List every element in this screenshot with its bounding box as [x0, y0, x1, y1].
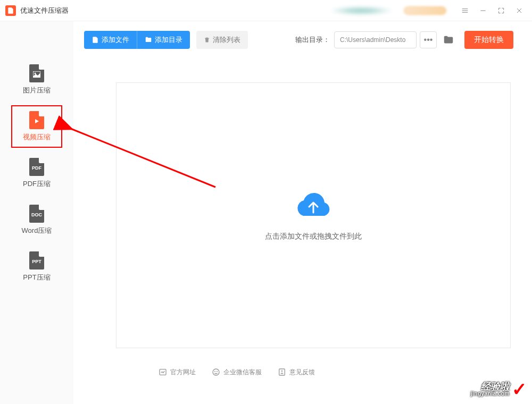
sidebar-item-pdf-compress[interactable]: PDF PDF压缩 [11, 152, 62, 195]
open-folder-button[interactable] [440, 31, 457, 48]
svg-point-11 [217, 371, 218, 372]
maximize-button[interactable] [494, 3, 509, 18]
add-folder-label: 添加目录 [155, 35, 182, 45]
app-logo [5, 5, 16, 16]
sidebar-item-label: PPT压缩 [23, 273, 50, 282]
cloud-upload-icon [293, 189, 334, 222]
feedback-link[interactable]: 意见反馈 [278, 368, 315, 377]
svg-point-13 [281, 371, 283, 372]
browse-path-button[interactable]: ••• [420, 31, 437, 48]
sidebar-item-image-compress[interactable]: 图片压缩 [11, 58, 62, 101]
add-file-button[interactable]: 添加文件 [84, 31, 137, 49]
clear-list-label: 清除列表 [213, 35, 240, 45]
output-path-field[interactable]: C:\Users\admin\Deskto [334, 31, 417, 48]
redacted-region [329, 6, 393, 15]
sidebar-item-video-compress[interactable]: 视频压缩 [11, 105, 62, 148]
start-convert-button[interactable]: 开始转换 [464, 31, 513, 49]
clear-list-button[interactable]: 清除列表 [196, 31, 248, 49]
sidebar: 图片压缩 视频压缩 PDF PDF压缩 DOC Word压缩 PPT PPT压缩 [0, 21, 73, 404]
wechat-support-link[interactable]: 企业微信客服 [212, 368, 262, 377]
svg-rect-12 [279, 369, 285, 375]
sidebar-item-word-compress[interactable]: DOC Word压缩 [11, 199, 62, 241]
redacted-region [404, 6, 446, 15]
drop-zone-text: 点击添加文件或拖拽文件到此 [265, 232, 362, 241]
sidebar-item-label: PDF压缩 [23, 179, 51, 189]
footer-label: 意见反馈 [289, 368, 315, 377]
sidebar-item-ppt-compress[interactable]: PPT PPT压缩 [11, 246, 62, 288]
app-title: 优速文件压缩器 [20, 6, 69, 15]
svg-point-9 [213, 369, 219, 375]
output-dir-label: 输出目录： [295, 35, 330, 45]
add-folder-button[interactable]: 添加目录 [137, 31, 190, 49]
official-site-link[interactable]: 官方网址 [159, 368, 196, 377]
sidebar-item-label: 视频压缩 [23, 132, 51, 142]
minimize-button[interactable] [476, 3, 491, 18]
toolbar: 添加文件 添加目录 清除列表 输出目录： C:\Users\admin\Desk… [73, 21, 532, 58]
footer: 官方网址 企业微信客服 意见反馈 [73, 359, 532, 385]
sidebar-item-label: Word压缩 [22, 226, 52, 235]
sidebar-item-label: 图片压缩 [23, 86, 51, 95]
menu-button[interactable] [458, 3, 472, 18]
footer-label: 官方网址 [170, 368, 196, 377]
add-file-label: 添加文件 [102, 35, 129, 45]
drop-zone[interactable]: 点击添加文件或拖拽文件到此 [116, 82, 511, 348]
titlebar: 优速文件压缩器 [0, 0, 532, 21]
footer-label: 企业微信客服 [223, 368, 262, 377]
close-button[interactable] [512, 3, 527, 18]
svg-point-10 [214, 371, 215, 372]
